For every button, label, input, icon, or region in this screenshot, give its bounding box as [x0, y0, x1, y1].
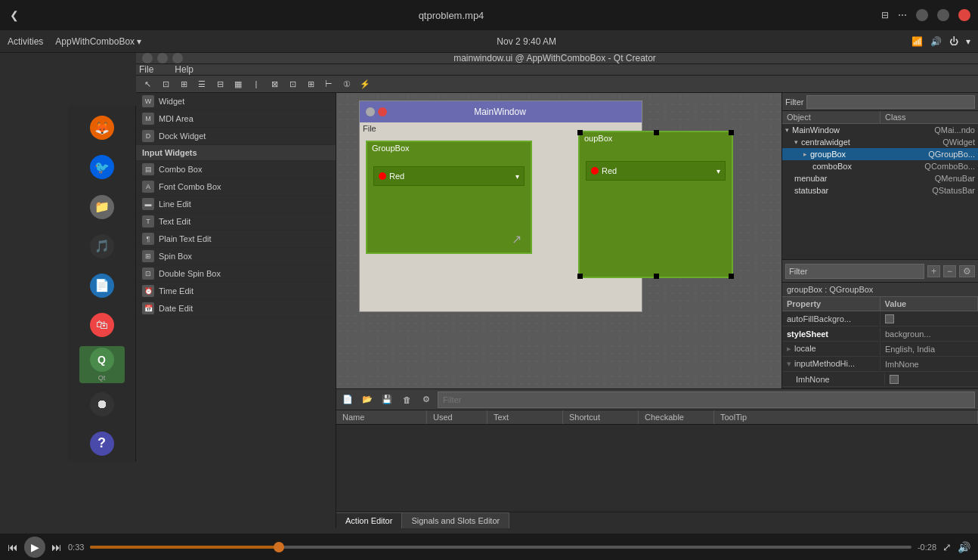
tool-tab[interactable]: ⊞ — [302, 76, 319, 92]
prop-row-stylesheet[interactable]: styleSheet backgroun... — [782, 326, 978, 342]
widget-item-spinbox[interactable]: ⊞ Spin Box — [136, 248, 336, 265]
back-button[interactable]: ❮ — [8, 8, 21, 22]
widget-item-combobox[interactable]: ▤ Combo Box — [136, 161, 336, 178]
sidebar-item-store[interactable]: 🛍 — [79, 307, 125, 343]
obj-groupbox[interactable]: ▸ groupBox QGroupBo... — [782, 148, 978, 160]
tab-signals-slots[interactable]: Signals and Slots Editor — [402, 512, 509, 528]
tool-buddy[interactable]: ⊢ — [320, 76, 337, 92]
widget-item-plaintextedit[interactable]: ¶ Plain Text Edit — [136, 230, 336, 248]
mw-file-menu[interactable]: File — [363, 124, 376, 133]
action-delete-button[interactable]: 🗑 — [398, 391, 415, 408]
widget-item-mdi[interactable]: M MDI Area — [136, 110, 336, 128]
sidebar-item-firefox[interactable]: 🦊 — [79, 110, 125, 146]
tool-form-layout[interactable]: ▦ — [230, 76, 246, 92]
combo2[interactable]: Red ▾ — [586, 161, 726, 181]
sidebar-item-files[interactable]: 📁 — [79, 188, 125, 224]
prop-add-button[interactable]: + — [927, 265, 940, 277]
widget-panel: W Widget M MDI Area D Dock Widget Input … — [136, 93, 336, 528]
sysbar-right: 📶 🔊 ⏻ ▾ — [911, 36, 970, 47]
action-table-body — [336, 425, 978, 512]
media-prev[interactable]: ⏮ — [8, 541, 18, 553]
prop-row-autofill[interactable]: autoFillBackgro... — [782, 311, 978, 326]
widget-item-textedit[interactable]: T Text Edit — [136, 213, 336, 230]
tool-pointer[interactable]: ↖ — [139, 76, 156, 92]
activities-button[interactable]: Activities — [8, 36, 43, 47]
col-checkable: Checkable — [639, 410, 714, 424]
tool-v-layout[interactable]: ☰ — [193, 76, 210, 92]
qt-maximize[interactable] — [157, 53, 168, 63]
mainwindow-title: MainWindow — [474, 107, 526, 117]
media-next[interactable]: ⏭ — [51, 541, 62, 553]
mw-close[interactable] — [378, 107, 387, 116]
action-open-button[interactable]: 📂 — [359, 391, 376, 408]
tool-tab-order[interactable]: ① — [339, 76, 355, 92]
sel-handle-br — [729, 274, 734, 279]
tool-break[interactable]: ⊠ — [266, 76, 283, 92]
sidebar-item-qtcreator[interactable]: Q Qt — [79, 346, 125, 382]
sidebar-item-libreoffice[interactable]: 📄 — [79, 268, 125, 304]
tool-splitter-h[interactable]: | — [248, 76, 265, 92]
prop-row-inputmethod[interactable]: ▾inputMethodHi... ImhNone — [782, 357, 978, 372]
tool-h-layout[interactable]: ⊞ — [175, 76, 192, 92]
progress-thumb[interactable] — [274, 542, 284, 552]
prop-checkbox-imhnone[interactable] — [890, 375, 899, 384]
obj-menubar[interactable]: menubar QMenuBar — [782, 172, 978, 184]
obj-combobox[interactable]: comboBox QComboBo... — [782, 160, 978, 172]
widget-item-doublespinbox[interactable]: ⊡ Double Spin Box — [136, 265, 336, 283]
widget-item-dateedit[interactable]: 📅 Date Edit — [136, 300, 336, 317]
mdi-icon: M — [142, 113, 154, 125]
canvas-area[interactable]: MainWindow File GroupBox — [336, 93, 781, 388]
media-play[interactable]: ▶ — [24, 537, 45, 558]
obj-statusbar[interactable]: statusbar QStatusBar — [782, 184, 978, 196]
bottom-panel: 📄 📂 💾 🗑 ⚙ Name Used Text Shortcut Checka… — [336, 388, 978, 528]
sidebar-item-obs[interactable]: ⏺ — [79, 386, 125, 422]
cursor-indicator: ↗ — [512, 232, 521, 246]
prop-settings-button[interactable]: ⚙ — [959, 265, 975, 277]
obj-filter-input[interactable] — [806, 95, 975, 109]
sidebar-item-help[interactable]: ? — [79, 425, 125, 462]
action-save-button[interactable]: 💾 — [379, 391, 395, 408]
maximize-button[interactable] — [937, 9, 949, 21]
action-filter-input[interactable] — [438, 391, 975, 408]
prop-row-imhnone[interactable]: ImhNone — [782, 372, 978, 387]
prop-checkbox-autofill[interactable] — [885, 314, 894, 323]
widget-item-widget[interactable]: W Widget — [136, 93, 336, 110]
sidebar-item-thunderbird[interactable]: 🐦 — [79, 149, 125, 185]
action-new-button[interactable]: 📄 — [339, 391, 356, 408]
widget-item-fontcombobox[interactable]: A Font Combo Box — [136, 178, 336, 196]
sidebar-item-rhythmbox[interactable]: 🎵 — [79, 228, 125, 265]
action-tabs: Action Editor Signals and Slots Editor — [336, 512, 978, 528]
groupbox2-overlay: oupBox Red ▾ — [578, 131, 733, 278]
minimize-button[interactable] — [916, 9, 928, 21]
tool-signals[interactable]: ⚡ — [357, 76, 373, 92]
tool-select[interactable]: ⊡ — [157, 76, 174, 92]
time-remaining: -0:28 — [918, 543, 936, 552]
close-button[interactable] — [958, 9, 970, 21]
widget-item-dock[interactable]: D Dock Widget — [136, 128, 336, 145]
combo2-value: Red — [602, 166, 713, 175]
qt-minimize[interactable] — [142, 53, 153, 63]
progress-bar[interactable] — [90, 546, 911, 549]
combo1[interactable]: Red ▾ — [373, 166, 525, 186]
obj-centralwidget[interactable]: ▾ centralwidget QWidget — [782, 136, 978, 148]
volume-button[interactable]: 🔊 — [958, 541, 970, 553]
help-menu[interactable]: Help — [175, 64, 193, 75]
widget-item-lineedit[interactable]: ▬ Line Edit — [136, 196, 336, 213]
action-settings-button[interactable]: ⚙ — [418, 391, 435, 408]
file-menu[interactable]: File — [139, 64, 153, 75]
prop-filter-input[interactable] — [785, 264, 924, 279]
obj-mainwindow[interactable]: ▾ MainWindow QMai...ndo — [782, 124, 978, 136]
tab-action-editor[interactable]: Action Editor — [336, 512, 402, 528]
dock-icon: D — [142, 130, 154, 142]
prop-remove-button[interactable]: − — [943, 265, 956, 277]
fullscreen-button[interactable]: ⤢ — [942, 541, 952, 553]
sel-handle-tl — [577, 130, 583, 135]
mw-minimize[interactable] — [366, 107, 375, 116]
prop-row-locale[interactable]: ▸locale English, India — [782, 342, 978, 357]
plaintextedit-icon: ¶ — [142, 233, 154, 245]
widget-item-timeedit[interactable]: ⏰ Time Edit — [136, 283, 336, 300]
tool-grid-layout[interactable]: ⊟ — [212, 76, 228, 92]
tool-adjust[interactable]: ⊡ — [284, 76, 301, 92]
qt-close[interactable] — [172, 53, 183, 63]
app-name[interactable]: AppWithComboBox ▾ — [55, 36, 141, 47]
